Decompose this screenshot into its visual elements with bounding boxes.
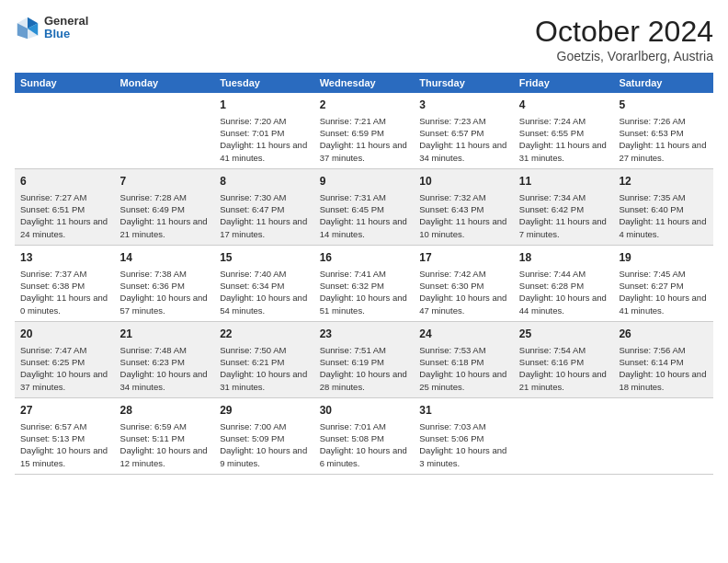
day-info: Sunrise: 7:40 AM Sunset: 6:34 PM Dayligh… xyxy=(220,268,309,316)
day-info: Sunrise: 7:00 AM Sunset: 5:09 PM Dayligh… xyxy=(220,420,309,469)
day-info: Sunrise: 7:03 AM Sunset: 5:06 PM Dayligh… xyxy=(419,420,508,469)
col-header-sunday: Sunday xyxy=(15,73,115,93)
day-info: Sunrise: 7:28 AM Sunset: 6:49 PM Dayligh… xyxy=(120,191,210,240)
day-info: Sunrise: 7:56 AM Sunset: 6:14 PM Dayligh… xyxy=(619,344,708,393)
day-info: Sunrise: 7:24 AM Sunset: 6:55 PM Dayligh… xyxy=(519,115,609,164)
day-cell: 22Sunrise: 7:50 AM Sunset: 6:21 PM Dayli… xyxy=(214,321,314,397)
day-cell: 16Sunrise: 7:41 AM Sunset: 6:32 PM Dayli… xyxy=(314,245,415,321)
day-cell: 23Sunrise: 7:51 AM Sunset: 6:19 PM Dayli… xyxy=(314,321,415,397)
day-number: 3 xyxy=(419,98,508,113)
day-number: 4 xyxy=(519,98,609,113)
day-info: Sunrise: 7:44 AM Sunset: 6:28 PM Dayligh… xyxy=(519,268,609,316)
day-cell: 12Sunrise: 7:35 AM Sunset: 6:40 PM Dayli… xyxy=(613,168,713,245)
day-cell: 8Sunrise: 7:30 AM Sunset: 6:47 PM Daylig… xyxy=(214,168,314,245)
day-cell: 19Sunrise: 7:45 AM Sunset: 6:27 PM Dayli… xyxy=(613,245,713,321)
day-cell: 18Sunrise: 7:44 AM Sunset: 6:28 PM Dayli… xyxy=(514,245,614,321)
day-info: Sunrise: 7:27 AM Sunset: 6:51 PM Dayligh… xyxy=(20,191,109,240)
day-cell: 30Sunrise: 7:01 AM Sunset: 5:08 PM Dayli… xyxy=(314,397,415,474)
day-cell: 6Sunrise: 7:27 AM Sunset: 6:51 PM Daylig… xyxy=(15,168,115,245)
day-cell: 26Sunrise: 7:56 AM Sunset: 6:14 PM Dayli… xyxy=(613,321,713,397)
day-info: Sunrise: 7:50 AM Sunset: 6:21 PM Dayligh… xyxy=(220,344,309,393)
day-info: Sunrise: 7:53 AM Sunset: 6:18 PM Dayligh… xyxy=(419,344,508,393)
day-number: 15 xyxy=(220,250,309,266)
day-number: 20 xyxy=(20,327,109,342)
day-number: 14 xyxy=(120,250,210,266)
week-row-3: 13Sunrise: 7:37 AM Sunset: 6:38 PM Dayli… xyxy=(15,245,713,321)
day-info: Sunrise: 7:30 AM Sunset: 6:47 PM Dayligh… xyxy=(220,191,309,240)
day-info: Sunrise: 7:35 AM Sunset: 6:40 PM Dayligh… xyxy=(619,191,708,240)
day-cell: 28Sunrise: 6:59 AM Sunset: 5:11 PM Dayli… xyxy=(115,397,215,474)
week-row-4: 20Sunrise: 7:47 AM Sunset: 6:25 PM Dayli… xyxy=(15,321,713,397)
month-title: October 2024 xyxy=(535,15,713,49)
day-number: 29 xyxy=(220,403,309,419)
day-info: Sunrise: 7:31 AM Sunset: 6:45 PM Dayligh… xyxy=(320,191,409,240)
day-number: 21 xyxy=(120,327,210,342)
week-row-2: 6Sunrise: 7:27 AM Sunset: 6:51 PM Daylig… xyxy=(15,168,713,245)
day-cell: 21Sunrise: 7:48 AM Sunset: 6:23 PM Dayli… xyxy=(115,321,215,397)
day-number: 30 xyxy=(320,403,409,419)
day-cell: 15Sunrise: 7:40 AM Sunset: 6:34 PM Dayli… xyxy=(214,245,314,321)
day-number: 11 xyxy=(519,174,609,190)
day-cell: 25Sunrise: 7:54 AM Sunset: 6:16 PM Dayli… xyxy=(514,321,614,397)
day-cell: 27Sunrise: 6:57 AM Sunset: 5:13 PM Dayli… xyxy=(15,397,115,474)
day-info: Sunrise: 7:32 AM Sunset: 6:43 PM Dayligh… xyxy=(419,191,508,240)
week-row-1: 1Sunrise: 7:20 AM Sunset: 7:01 PM Daylig… xyxy=(15,93,713,168)
day-number: 12 xyxy=(619,174,708,190)
day-cell: 31Sunrise: 7:03 AM Sunset: 5:06 PM Dayli… xyxy=(414,397,514,474)
day-info: Sunrise: 7:47 AM Sunset: 6:25 PM Dayligh… xyxy=(20,344,109,393)
day-cell xyxy=(115,93,215,168)
day-info: Sunrise: 6:57 AM Sunset: 5:13 PM Dayligh… xyxy=(20,420,109,469)
day-cell: 11Sunrise: 7:34 AM Sunset: 6:42 PM Dayli… xyxy=(514,168,614,245)
col-header-monday: Monday xyxy=(115,73,215,93)
day-cell: 10Sunrise: 7:32 AM Sunset: 6:43 PM Dayli… xyxy=(414,168,514,245)
day-number: 19 xyxy=(619,250,708,266)
day-cell xyxy=(613,397,713,474)
day-number: 28 xyxy=(120,403,210,419)
day-number: 10 xyxy=(419,174,508,190)
day-cell: 9Sunrise: 7:31 AM Sunset: 6:45 PM Daylig… xyxy=(314,168,415,245)
day-info: Sunrise: 7:54 AM Sunset: 6:16 PM Dayligh… xyxy=(519,344,609,393)
day-info: Sunrise: 7:01 AM Sunset: 5:08 PM Dayligh… xyxy=(320,420,409,469)
logo: General Blue xyxy=(15,15,88,41)
day-info: Sunrise: 7:51 AM Sunset: 6:19 PM Dayligh… xyxy=(320,344,409,393)
day-number: 24 xyxy=(419,327,508,342)
day-cell: 20Sunrise: 7:47 AM Sunset: 6:25 PM Dayli… xyxy=(15,321,115,397)
day-info: Sunrise: 7:21 AM Sunset: 6:59 PM Dayligh… xyxy=(320,115,409,164)
day-number: 25 xyxy=(519,327,609,342)
calendar-table: SundayMondayTuesdayWednesdayThursdayFrid… xyxy=(15,73,713,475)
day-number: 5 xyxy=(619,98,708,113)
day-info: Sunrise: 7:20 AM Sunset: 7:01 PM Dayligh… xyxy=(220,115,309,164)
day-cell: 5Sunrise: 7:26 AM Sunset: 6:53 PM Daylig… xyxy=(613,93,713,168)
day-info: Sunrise: 7:37 AM Sunset: 6:38 PM Dayligh… xyxy=(20,268,109,316)
day-number: 2 xyxy=(320,98,409,113)
day-cell: 29Sunrise: 7:00 AM Sunset: 5:09 PM Dayli… xyxy=(214,397,314,474)
header: General Blue October 2024 Goetzis, Vorar… xyxy=(15,15,713,63)
logo-blue-text: Blue xyxy=(44,28,88,40)
day-number: 1 xyxy=(220,98,309,113)
day-info: Sunrise: 7:41 AM Sunset: 6:32 PM Dayligh… xyxy=(320,268,409,316)
col-header-wednesday: Wednesday xyxy=(314,73,415,93)
day-info: Sunrise: 7:34 AM Sunset: 6:42 PM Dayligh… xyxy=(519,191,609,240)
week-row-5: 27Sunrise: 6:57 AM Sunset: 5:13 PM Dayli… xyxy=(15,397,713,474)
day-cell: 13Sunrise: 7:37 AM Sunset: 6:38 PM Dayli… xyxy=(15,245,115,321)
day-number: 8 xyxy=(220,174,309,190)
location-title: Goetzis, Vorarlberg, Austria xyxy=(535,49,713,63)
day-cell xyxy=(15,93,115,168)
header-row: SundayMondayTuesdayWednesdayThursdayFrid… xyxy=(15,73,713,93)
day-info: Sunrise: 6:59 AM Sunset: 5:11 PM Dayligh… xyxy=(120,420,210,469)
day-info: Sunrise: 7:38 AM Sunset: 6:36 PM Dayligh… xyxy=(120,268,210,316)
day-number: 27 xyxy=(20,403,109,419)
col-header-tuesday: Tuesday xyxy=(214,73,314,93)
day-number: 22 xyxy=(220,327,309,342)
day-cell: 24Sunrise: 7:53 AM Sunset: 6:18 PM Dayli… xyxy=(414,321,514,397)
logo-general-text: General xyxy=(44,15,88,28)
day-cell: 3Sunrise: 7:23 AM Sunset: 6:57 PM Daylig… xyxy=(414,93,514,168)
day-cell: 1Sunrise: 7:20 AM Sunset: 7:01 PM Daylig… xyxy=(214,93,314,168)
day-number: 16 xyxy=(320,250,409,266)
day-info: Sunrise: 7:23 AM Sunset: 6:57 PM Dayligh… xyxy=(419,115,508,164)
day-info: Sunrise: 7:42 AM Sunset: 6:30 PM Dayligh… xyxy=(419,268,508,316)
col-header-friday: Friday xyxy=(514,73,614,93)
day-number: 18 xyxy=(519,250,609,266)
day-info: Sunrise: 7:45 AM Sunset: 6:27 PM Dayligh… xyxy=(619,268,708,316)
day-number: 23 xyxy=(320,327,409,342)
